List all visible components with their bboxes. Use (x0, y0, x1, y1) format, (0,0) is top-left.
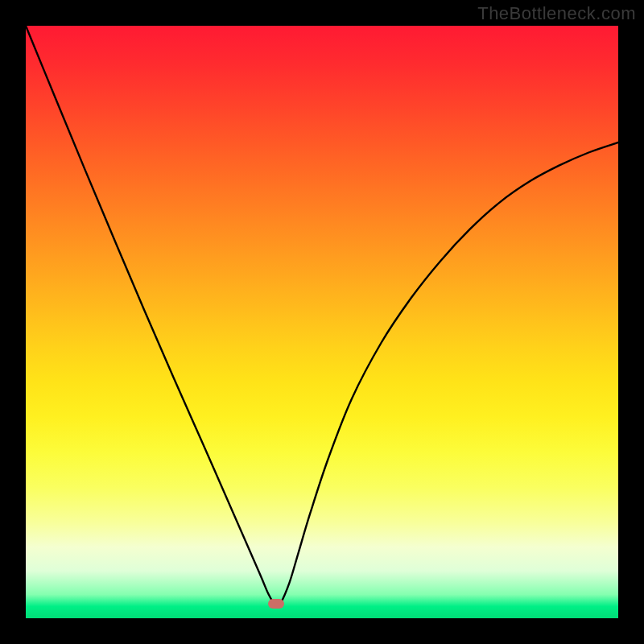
bottleneck-marker (268, 599, 284, 609)
curve-line (26, 26, 618, 618)
plot-area (26, 26, 618, 618)
chart-frame: TheBottleneck.com (0, 0, 644, 644)
watermark-text: TheBottleneck.com (477, 3, 636, 24)
